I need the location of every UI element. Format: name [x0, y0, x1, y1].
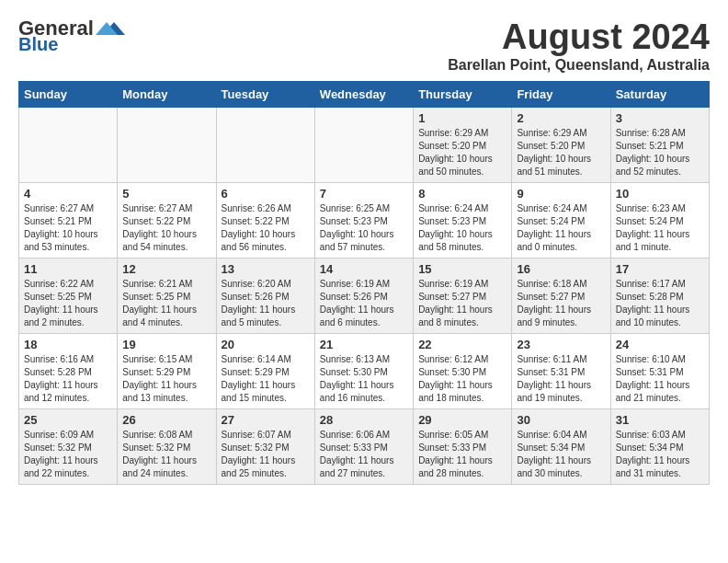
day-info: Sunrise: 6:06 AMSunset: 5:33 PMDaylight:…	[320, 429, 408, 480]
calendar-day-cell: 12Sunrise: 6:21 AMSunset: 5:25 PMDayligh…	[118, 258, 216, 333]
day-info: Sunrise: 6:07 AMSunset: 5:32 PMDaylight:…	[222, 429, 310, 480]
calendar-day-cell: 6Sunrise: 6:26 AMSunset: 5:22 PMDaylight…	[216, 182, 314, 258]
day-info: Sunrise: 6:28 AMSunset: 5:21 PMDaylight:…	[616, 127, 704, 178]
calendar-day-cell: 23Sunrise: 6:11 AMSunset: 5:31 PMDayligh…	[512, 333, 610, 408]
weekday-header: Saturday	[610, 81, 709, 107]
calendar-day-cell: 24Sunrise: 6:10 AMSunset: 5:31 PMDayligh…	[610, 333, 709, 408]
day-info: Sunrise: 6:13 AMSunset: 5:30 PMDaylight:…	[320, 353, 408, 405]
day-info: Sunrise: 6:21 AMSunset: 5:25 PMDaylight:…	[122, 278, 210, 329]
calendar-week-row: 11Sunrise: 6:22 AMSunset: 5:25 PMDayligh…	[19, 258, 710, 333]
weekday-header: Sunday	[19, 81, 118, 107]
day-number: 10	[616, 187, 704, 201]
calendar-day-cell: 18Sunrise: 6:16 AMSunset: 5:28 PMDayligh…	[19, 333, 118, 408]
calendar-day-cell	[216, 107, 314, 182]
day-number: 1	[418, 111, 506, 125]
day-number: 7	[320, 187, 408, 201]
day-info: Sunrise: 6:08 AMSunset: 5:32 PMDaylight:…	[122, 429, 210, 480]
day-number: 23	[517, 338, 605, 351]
calendar-day-cell: 21Sunrise: 6:13 AMSunset: 5:30 PMDayligh…	[314, 333, 413, 408]
day-info: Sunrise: 6:24 AMSunset: 5:23 PMDaylight:…	[418, 202, 506, 254]
day-info: Sunrise: 6:29 AMSunset: 5:20 PMDaylight:…	[517, 127, 605, 178]
weekday-header: Tuesday	[216, 81, 314, 107]
title-block: August 2024 Barellan Point, Queensland, …	[448, 18, 710, 74]
calendar-day-cell: 9Sunrise: 6:24 AMSunset: 5:24 PMDaylight…	[512, 182, 610, 258]
day-number: 11	[24, 262, 112, 276]
calendar-day-cell: 14Sunrise: 6:19 AMSunset: 5:26 PMDayligh…	[314, 258, 413, 333]
weekday-header: Wednesday	[314, 81, 413, 107]
day-info: Sunrise: 6:22 AMSunset: 5:25 PMDaylight:…	[24, 278, 112, 329]
day-info: Sunrise: 6:20 AMSunset: 5:26 PMDaylight:…	[222, 278, 310, 329]
day-number: 28	[320, 413, 408, 427]
day-number: 27	[222, 413, 310, 427]
calendar-day-cell	[19, 107, 118, 182]
calendar-day-cell: 29Sunrise: 6:05 AMSunset: 5:33 PMDayligh…	[414, 408, 512, 484]
calendar-day-cell	[118, 107, 216, 182]
calendar-day-cell: 17Sunrise: 6:17 AMSunset: 5:28 PMDayligh…	[610, 258, 709, 333]
calendar-table: SundayMondayTuesdayWednesdayThursdayFrid…	[18, 81, 710, 485]
day-info: Sunrise: 6:15 AMSunset: 5:29 PMDaylight:…	[122, 353, 210, 405]
day-info: Sunrise: 6:24 AMSunset: 5:24 PMDaylight:…	[517, 202, 605, 254]
page-header: General Blue August 2024 Barellan Point,…	[18, 18, 710, 74]
day-number: 9	[517, 187, 605, 201]
calendar-week-row: 25Sunrise: 6:09 AMSunset: 5:32 PMDayligh…	[19, 408, 710, 484]
calendar-day-cell: 4Sunrise: 6:27 AMSunset: 5:21 PMDaylight…	[19, 182, 118, 258]
calendar-day-cell: 3Sunrise: 6:28 AMSunset: 5:21 PMDaylight…	[610, 107, 709, 182]
day-info: Sunrise: 6:27 AMSunset: 5:21 PMDaylight:…	[24, 202, 112, 254]
day-number: 14	[320, 262, 408, 276]
calendar-day-cell: 1Sunrise: 6:29 AMSunset: 5:20 PMDaylight…	[414, 107, 512, 182]
day-info: Sunrise: 6:16 AMSunset: 5:28 PMDaylight:…	[24, 353, 112, 405]
day-info: Sunrise: 6:04 AMSunset: 5:34 PMDaylight:…	[517, 429, 605, 480]
logo: General Blue	[18, 18, 125, 53]
day-number: 18	[24, 338, 112, 351]
day-number: 31	[616, 413, 704, 427]
calendar-day-cell	[314, 107, 413, 182]
day-info: Sunrise: 6:25 AMSunset: 5:23 PMDaylight:…	[320, 202, 408, 254]
day-number: 19	[122, 338, 210, 351]
weekday-header: Thursday	[414, 81, 512, 107]
day-number: 26	[122, 413, 210, 427]
day-info: Sunrise: 6:09 AMSunset: 5:32 PMDaylight:…	[24, 429, 112, 480]
day-info: Sunrise: 6:12 AMSunset: 5:30 PMDaylight:…	[418, 353, 506, 405]
calendar-day-cell: 30Sunrise: 6:04 AMSunset: 5:34 PMDayligh…	[512, 408, 610, 484]
day-number: 8	[418, 187, 506, 201]
day-info: Sunrise: 6:05 AMSunset: 5:33 PMDaylight:…	[418, 429, 506, 480]
weekday-header: Friday	[512, 81, 610, 107]
calendar-day-cell: 22Sunrise: 6:12 AMSunset: 5:30 PMDayligh…	[414, 333, 512, 408]
calendar-day-cell: 16Sunrise: 6:18 AMSunset: 5:27 PMDayligh…	[512, 258, 610, 333]
day-info: Sunrise: 6:29 AMSunset: 5:20 PMDaylight:…	[418, 127, 506, 178]
day-number: 2	[517, 111, 605, 125]
calendar-day-cell: 5Sunrise: 6:27 AMSunset: 5:22 PMDaylight…	[118, 182, 216, 258]
day-number: 17	[616, 262, 704, 276]
weekday-header: Monday	[118, 81, 216, 107]
day-info: Sunrise: 6:19 AMSunset: 5:27 PMDaylight:…	[418, 278, 506, 329]
day-number: 13	[222, 262, 310, 276]
day-info: Sunrise: 6:11 AMSunset: 5:31 PMDaylight:…	[517, 353, 605, 405]
day-number: 5	[122, 187, 210, 201]
calendar-day-cell: 26Sunrise: 6:08 AMSunset: 5:32 PMDayligh…	[118, 408, 216, 484]
month-year-title: August 2024	[448, 18, 710, 57]
calendar-week-row: 4Sunrise: 6:27 AMSunset: 5:21 PMDaylight…	[19, 182, 710, 258]
logo-blue-text: Blue	[18, 35, 58, 53]
weekday-header-row: SundayMondayTuesdayWednesdayThursdayFrid…	[19, 81, 710, 107]
calendar-day-cell: 20Sunrise: 6:14 AMSunset: 5:29 PMDayligh…	[216, 333, 314, 408]
calendar-day-cell: 25Sunrise: 6:09 AMSunset: 5:32 PMDayligh…	[19, 408, 118, 484]
calendar-day-cell: 27Sunrise: 6:07 AMSunset: 5:32 PMDayligh…	[216, 408, 314, 484]
day-number: 20	[222, 338, 310, 351]
calendar-day-cell: 11Sunrise: 6:22 AMSunset: 5:25 PMDayligh…	[19, 258, 118, 333]
day-info: Sunrise: 6:26 AMSunset: 5:22 PMDaylight:…	[222, 202, 310, 254]
day-number: 16	[517, 262, 605, 276]
day-info: Sunrise: 6:18 AMSunset: 5:27 PMDaylight:…	[517, 278, 605, 329]
day-info: Sunrise: 6:14 AMSunset: 5:29 PMDaylight:…	[222, 353, 310, 405]
calendar-day-cell: 10Sunrise: 6:23 AMSunset: 5:24 PMDayligh…	[610, 182, 709, 258]
day-number: 6	[222, 187, 310, 201]
day-info: Sunrise: 6:17 AMSunset: 5:28 PMDaylight:…	[616, 278, 704, 329]
calendar-day-cell: 31Sunrise: 6:03 AMSunset: 5:34 PMDayligh…	[610, 408, 709, 484]
location-title: Barellan Point, Queensland, Australia	[448, 57, 710, 74]
calendar-day-cell: 19Sunrise: 6:15 AMSunset: 5:29 PMDayligh…	[118, 333, 216, 408]
day-number: 4	[24, 187, 112, 201]
day-number: 25	[24, 413, 112, 427]
logo-icon	[96, 18, 125, 39]
day-info: Sunrise: 6:10 AMSunset: 5:31 PMDaylight:…	[616, 353, 704, 405]
day-info: Sunrise: 6:03 AMSunset: 5:34 PMDaylight:…	[616, 429, 704, 480]
day-number: 15	[418, 262, 506, 276]
